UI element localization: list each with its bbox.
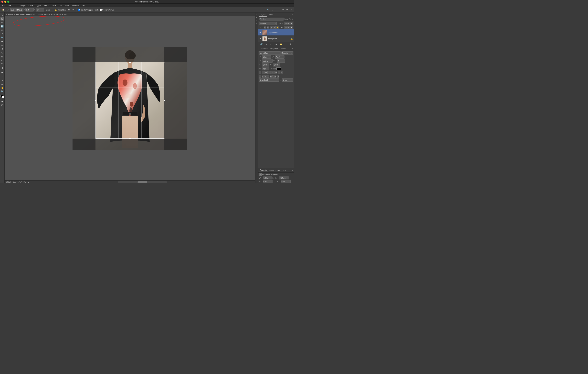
clear-button[interactable]: Clear	[45, 8, 51, 11]
shape-tool[interactable]: ▭	[0, 82, 4, 86]
font-size-dropdown[interactable]: 12 pt ▼	[262, 55, 271, 59]
tab-layers[interactable]: Layers	[259, 13, 267, 17]
layer-visibility-1[interactable]: 👁	[259, 31, 262, 34]
crop-handle-bl[interactable]	[95, 138, 96, 139]
tab-libraries[interactable]: Libraries	[268, 169, 276, 172]
lock-pixels-icon[interactable]: ✏	[267, 26, 269, 29]
screen-mode-tool[interactable]: ⊡	[0, 103, 4, 107]
magic-wand-tool[interactable]: ✲	[0, 28, 4, 32]
char-color-swatch[interactable]	[276, 67, 281, 70]
menu-ps[interactable]: Ps	[1, 4, 6, 7]
clone-tool[interactable]: ⊕	[0, 47, 4, 51]
leading-dropdown[interactable]: (Auto) ▼	[275, 55, 284, 59]
confirm-crop-button[interactable]: ✓	[290, 8, 293, 11]
props-y-value[interactable]: 0 cm	[281, 180, 291, 183]
glyph-2[interactable]: st	[264, 75, 267, 78]
char-panel-menu[interactable]: ≡	[292, 48, 293, 50]
minimize-button[interactable]	[4, 1, 6, 3]
ratio-w-input[interactable]: 370	[25, 8, 34, 11]
menu-window[interactable]: Window	[71, 4, 80, 7]
adjustments-icon[interactable]: ◎	[256, 22, 258, 24]
pen-tool[interactable]: ✒	[0, 71, 4, 74]
filter-shape-icon[interactable]: ▭	[290, 18, 291, 20]
doc-arrow[interactable]: ▶	[28, 181, 30, 183]
crop-handle-tr[interactable]	[164, 62, 165, 63]
blend-mode-dropdown[interactable]: Normal ▼	[259, 22, 277, 25]
menu-filter[interactable]: Filter	[51, 4, 58, 7]
style-all-caps[interactable]: TT	[264, 71, 268, 74]
delete-cropped-checkbox[interactable]: Delete Cropped Pixels	[78, 9, 98, 11]
layer-adjustment-button[interactable]: ◑	[274, 43, 278, 46]
layer-folder-button[interactable]: 📁	[279, 43, 283, 46]
lock-transparent-icon[interactable]: ⊡	[264, 26, 266, 29]
language-dropdown[interactable]: English: UK ▼	[259, 78, 279, 82]
maximize-button[interactable]	[7, 1, 9, 3]
color-icon[interactable]: ◈	[256, 16, 258, 18]
style-underline[interactable]: T	[278, 71, 280, 74]
path-select-tool[interactable]: ↖	[0, 78, 4, 82]
crop-handle-l[interactable]	[95, 100, 96, 101]
font-family-dropdown[interactable]: Myriad Pro ▼	[259, 51, 281, 55]
glyph-fi[interactable]: fi	[259, 75, 261, 78]
opacity-dropdown[interactable]: 100% ▼	[284, 22, 293, 25]
layer-visibility-2[interactable]: 👁	[259, 37, 262, 40]
menu-select[interactable]: Select	[42, 4, 50, 7]
menu-help[interactable]: Help	[81, 4, 87, 7]
tab-paragraph[interactable]: Paragraph	[269, 47, 279, 50]
glyph-ad[interactable]: ad	[270, 75, 273, 78]
style-strikethrough[interactable]: T	[281, 71, 283, 74]
fill-dropdown[interactable]: 100% ▼	[284, 26, 293, 29]
menu-type[interactable]: Type	[35, 4, 42, 7]
canvas-content[interactable]	[5, 16, 255, 181]
menu-image[interactable]: Image	[19, 4, 27, 7]
crop-tool[interactable]: ⌗	[0, 32, 4, 36]
crop-box[interactable]	[95, 62, 164, 139]
link-wh-icon[interactable]: ∞	[273, 177, 275, 179]
search-button[interactable]: 🔍	[266, 8, 270, 11]
grid-panel-icon[interactable]: ⊞	[256, 19, 258, 21]
straighten-button[interactable]: 📐 Straighten	[54, 8, 66, 11]
crop-handle-br[interactable]	[164, 138, 165, 139]
window-controls[interactable]	[1, 1, 9, 3]
hand-tool[interactable]: ✋	[0, 86, 4, 89]
marquee-tool[interactable]: ▭	[0, 21, 4, 24]
eyedropper-tool[interactable]: 🔍	[0, 36, 4, 39]
lasso-tool[interactable]: 🔄	[0, 24, 4, 28]
cancel-crop-button[interactable]: ⊘	[285, 8, 289, 11]
tab-layer-comp[interactable]: Layer Comp.	[276, 169, 288, 172]
crop-tool-button[interactable]: ⊡	[6, 8, 9, 11]
search-dropdown-icon[interactable]: ▼	[282, 18, 284, 20]
menu-3d[interactable]: 3D	[58, 4, 63, 7]
content-aware-checkbox[interactable]: Content-Aware	[100, 9, 114, 11]
menu-layer[interactable]: Layer	[27, 4, 35, 7]
quick-mask-tool[interactable]: ◉	[0, 99, 4, 103]
panel-menu-icon[interactable]: ≡	[292, 14, 293, 16]
style-super[interactable]: Ts	[271, 71, 274, 74]
blur-tool[interactable]: ◯	[0, 62, 4, 66]
baseline-input[interactable]: 0 pt	[262, 67, 269, 70]
tab-close-icon[interactable]: ✕	[6, 13, 7, 15]
grid-button[interactable]: ⊞	[67, 8, 71, 11]
background-color[interactable]	[2, 96, 4, 98]
share-button[interactable]: ↗	[275, 8, 278, 11]
history-tool[interactable]: ⟲	[0, 51, 4, 54]
dodge-tool[interactable]: ◖	[0, 66, 4, 70]
eraser-tool[interactable]: ⊟	[0, 55, 4, 58]
lock-all-icon[interactable]: 🔒	[276, 26, 279, 29]
type-tool[interactable]: T	[0, 75, 4, 78]
scale-h-input[interactable]: 100%	[262, 63, 269, 66]
canvas-tab[interactable]: ✕ LauraOrchant_ModelSocialMedia_05.jpg @…	[5, 12, 255, 16]
style-italic[interactable]: T	[262, 71, 264, 74]
ratio-x-input[interactable]: 370	[10, 8, 23, 11]
menu-file[interactable]: File	[6, 4, 12, 7]
layer-new-button[interactable]: +	[284, 43, 287, 46]
style-sub[interactable]: Ts	[274, 71, 277, 74]
layer-item-crop-preview[interactable]: 👁 Crop Preview	[258, 29, 294, 36]
menu-view[interactable]: View	[63, 4, 70, 7]
zoom-tool[interactable]: 🔍	[0, 90, 4, 93]
gradient-tool[interactable]: ◻	[0, 58, 4, 62]
layers-icon[interactable]: ≡	[256, 13, 258, 15]
props-menu-icon[interactable]: ≡	[292, 170, 293, 171]
layers-search[interactable]: 🔍 Kind ▼	[259, 18, 285, 21]
crop-handle-r[interactable]	[164, 100, 165, 101]
